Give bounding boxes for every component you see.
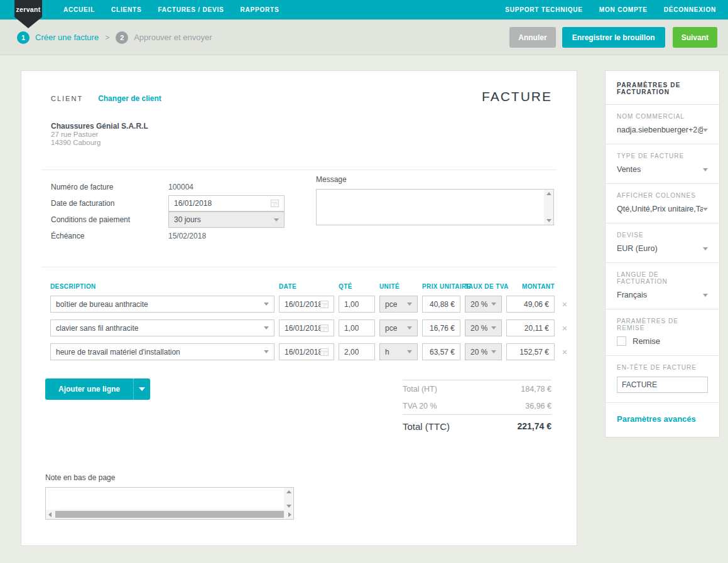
line3-amount-input[interactable]: 152,57 € (506, 343, 555, 360)
line1-unit-price-input[interactable]: 40,88 € (422, 296, 460, 313)
nav-deconnexion[interactable]: DÉCONNEXION (656, 6, 724, 13)
page-content: CLIENT Changer de client FACTURE Chaussu… (0, 55, 728, 562)
nav-clients[interactable]: CLIENTS (103, 6, 149, 13)
line2-qty-input[interactable]: 1,00 (339, 319, 375, 336)
business-name-section: NOM COMMERCIAL nadja.siebenbuerger+2@ze.… (606, 105, 719, 144)
step-approve-send[interactable]: 2 Approuver et envoyer (116, 31, 212, 44)
chevron-down-icon (491, 326, 496, 330)
calendar-icon[interactable] (271, 200, 279, 207)
discount-checkbox[interactable] (617, 336, 626, 346)
scroll-left-icon[interactable] (48, 512, 52, 517)
save-draft-button[interactable]: Enregistrer le brouillon (562, 27, 665, 48)
line2-amount-input[interactable]: 20,11 € (506, 319, 555, 336)
calendar-icon[interactable] (320, 348, 329, 356)
line3-delete-icon[interactable]: × (559, 347, 570, 357)
scroll-down-icon[interactable] (286, 505, 291, 508)
add-line-label: Ajouter une ligne (45, 378, 133, 400)
invoice-header-input[interactable] (617, 377, 708, 393)
line2-unit-price-value: 16,76 € (430, 324, 455, 333)
header-description: DESCRIPTION (50, 283, 274, 290)
currency-select[interactable]: EUR (Euro) (617, 244, 708, 253)
language-select[interactable]: Français (617, 291, 708, 299)
line1-amount-input[interactable]: 49,06 € (506, 296, 555, 313)
add-line-dropdown[interactable] (133, 378, 150, 400)
nav-factures-devis[interactable]: FACTURES / DEVIS (149, 6, 232, 13)
scroll-right-icon[interactable] (288, 512, 291, 517)
line3-unit-price-input[interactable]: 63,57 € (422, 343, 460, 360)
next-button[interactable]: Suivant (673, 27, 717, 48)
invoice-date-input[interactable]: 16/01/2018 (168, 195, 285, 212)
advanced-settings-section: Paramètres avancés (606, 403, 719, 437)
nav-rapports[interactable]: RAPPORTS (232, 6, 287, 13)
columns-label: AFFICHER COLONNES (617, 192, 708, 199)
chevron-down-icon (264, 350, 269, 353)
line3-vat-select[interactable]: 20 % (465, 343, 502, 360)
client-section-label: CLIENT (51, 95, 83, 102)
line2-unit-value: pce (385, 324, 397, 333)
chevron-down-icon (274, 218, 279, 222)
line1-qty-input[interactable]: 1,00 (339, 296, 375, 313)
footer-note-vscrollbar[interactable] (284, 488, 293, 510)
business-name-select[interactable]: nadja.siebenbuerger+2@ze... (617, 126, 708, 134)
message-scrollbar[interactable] (544, 190, 553, 225)
message-textarea[interactable] (316, 189, 554, 225)
line3-unit-value: h (385, 348, 389, 357)
invoice-type-select[interactable]: Ventes (617, 165, 708, 174)
line2-unit-price-input[interactable]: 16,76 € (422, 319, 460, 336)
step2-badge: 2 (116, 31, 128, 44)
vat-total-value: 36,96 € (525, 402, 551, 410)
line2-delete-icon[interactable]: × (559, 323, 570, 333)
line1-amount-value: 49,06 € (524, 300, 549, 309)
line2-description-select[interactable]: clavier sans fil anthracite (50, 319, 274, 336)
line2-unit-select[interactable]: pce (379, 319, 418, 336)
nav-mon-compte[interactable]: MON COMPTE (591, 6, 656, 13)
nav-support-technique[interactable]: SUPPORT TECHNIQUE (497, 6, 591, 13)
currency-label: DEVISE (617, 232, 708, 239)
scroll-up-icon[interactable] (546, 192, 551, 195)
header-unit: UNITÉ (379, 283, 418, 290)
footer-note-hscrollbar[interactable] (46, 510, 293, 519)
nav-accueil[interactable]: ACCUEIL (55, 6, 103, 13)
line3-description-select[interactable]: heure de travail matériel d'installation (50, 343, 274, 360)
line1-vat-select[interactable]: 20 % (465, 296, 502, 313)
top-navbar: zervant ACCUEIL CLIENTS FACTURES / DEVIS… (0, 0, 728, 19)
line1-date-input[interactable]: 16/01/2018 (279, 296, 334, 313)
scrollbar-thumb[interactable] (55, 511, 284, 518)
line1-description-select[interactable]: boîtier de bureau anthracite (50, 296, 274, 313)
client-address-block: Chaussures Génial S.A.R.L 27 rue Pastuer… (51, 122, 148, 146)
add-line-button[interactable]: Ajouter une ligne (45, 378, 150, 400)
chevron-down-icon (703, 168, 708, 171)
chevron-down-icon (491, 350, 496, 353)
line2-vat-select[interactable]: 20 % (465, 319, 502, 336)
calendar-icon[interactable] (320, 324, 329, 332)
header-unit-price: PRIX UNITAIRE (422, 283, 460, 290)
footer-note-label: Note en bas de page (45, 473, 294, 482)
line3-date-input[interactable]: 16/01/2018 (279, 343, 334, 360)
scroll-down-icon[interactable] (546, 219, 551, 222)
invoice-date-value: 16/01/2018 (174, 199, 212, 208)
calendar-icon[interactable] (320, 301, 329, 308)
line3-unit-select[interactable]: h (379, 343, 418, 360)
discount-section: PARAMÈTRES DE REMISE Remise (606, 309, 719, 356)
chevron-down-icon (703, 247, 708, 250)
invoice-card: CLIENT Changer de client FACTURE Chaussu… (21, 70, 577, 546)
due-date-value: 15/02/2018 (168, 232, 206, 240)
payment-terms-select[interactable]: 30 jours (168, 212, 285, 228)
step-create-invoice[interactable]: 1 Créer une facture (17, 31, 99, 44)
line1-delete-icon[interactable]: × (559, 299, 570, 309)
line2-date-input[interactable]: 16/01/2018 (279, 319, 334, 336)
change-client-link[interactable]: Changer de client (98, 94, 161, 103)
chevron-down-icon (407, 326, 412, 330)
action-buttons: Annuler Enregistrer le brouillon Suivant (509, 27, 717, 48)
scroll-up-icon[interactable] (286, 490, 291, 493)
vat-total-label: TVA 20 % (403, 402, 437, 410)
advanced-settings-link[interactable]: Paramètres avancés (617, 414, 696, 424)
footer-note-textarea[interactable] (45, 487, 294, 520)
line3-qty-input[interactable]: 2,00 (339, 343, 375, 360)
chevron-down-icon (407, 350, 412, 353)
cancel-button[interactable]: Annuler (509, 27, 555, 48)
language-section: LANGUE DE FACTURATION Français (606, 263, 719, 309)
columns-select[interactable]: Qté,Unité,Prix unitaire,Taux... (617, 205, 708, 213)
line1-unit-select[interactable]: pce (379, 296, 418, 313)
invoice-details: Numéro de facture 100004 Date de factura… (51, 179, 305, 244)
